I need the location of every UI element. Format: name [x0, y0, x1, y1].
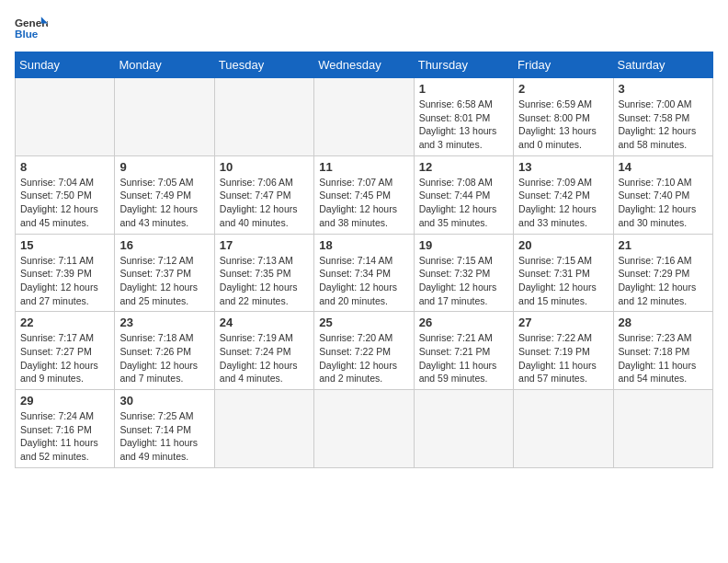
- day-info: Sunrise: 7:07 AMSunset: 7:45 PMDaylight:…: [319, 176, 408, 230]
- day-number: 26: [419, 316, 508, 329]
- day-number: 18: [319, 238, 408, 252]
- weekday-header-thursday: Thursday: [414, 52, 513, 78]
- page-header: General Blue: [15, 15, 713, 40]
- calendar-week-3: 15Sunrise: 7:11 AMSunset: 7:39 PMDayligh…: [16, 234, 713, 312]
- day-info: Sunrise: 7:24 AMSunset: 7:16 PMDaylight:…: [20, 409, 109, 464]
- calendar-cell: 26Sunrise: 7:21 AMSunset: 7:21 PMDayligh…: [414, 312, 513, 390]
- day-info: Sunrise: 6:59 AMSunset: 8:00 PMDaylight:…: [518, 98, 608, 152]
- calendar-cell: [613, 390, 712, 468]
- day-number: 9: [119, 160, 209, 174]
- day-number: 17: [220, 238, 309, 252]
- day-number: 20: [518, 238, 608, 252]
- day-info: Sunrise: 7:13 AMSunset: 7:35 PMDaylight:…: [220, 254, 309, 308]
- calendar-cell: [214, 78, 313, 156]
- day-info: Sunrise: 7:19 AMSunset: 7:24 PMDaylight:…: [220, 331, 309, 385]
- day-info: Sunrise: 7:10 AMSunset: 7:40 PMDaylight:…: [619, 176, 708, 230]
- day-number: 16: [119, 238, 209, 252]
- day-info: Sunrise: 7:23 AMSunset: 7:18 PMDaylight:…: [619, 331, 708, 385]
- calendar-header-row: SundayMondayTuesdayWednesdayThursdayFrid…: [16, 52, 713, 78]
- calendar-cell: 9Sunrise: 7:05 AMSunset: 7:49 PMDaylight…: [115, 155, 214, 234]
- day-number: 23: [119, 316, 209, 329]
- calendar-cell: 22Sunrise: 7:17 AMSunset: 7:27 PMDayligh…: [16, 312, 115, 390]
- day-info: Sunrise: 7:15 AMSunset: 7:32 PMDaylight:…: [419, 254, 508, 308]
- calendar-cell: 8Sunrise: 7:04 AMSunset: 7:50 PMDaylight…: [16, 155, 115, 234]
- calendar-body: 1Sunrise: 6:58 AMSunset: 8:01 PMDaylight…: [16, 78, 713, 468]
- weekday-header-saturday: Saturday: [613, 52, 712, 78]
- day-info: Sunrise: 7:20 AMSunset: 7:22 PMDaylight:…: [319, 331, 408, 385]
- calendar-cell: 19Sunrise: 7:15 AMSunset: 7:32 PMDayligh…: [414, 234, 513, 312]
- calendar-cell: [115, 78, 214, 156]
- day-number: 24: [220, 316, 309, 329]
- calendar-cell: [314, 78, 414, 156]
- day-info: Sunrise: 7:25 AMSunset: 7:14 PMDaylight:…: [119, 409, 209, 464]
- weekday-header-wednesday: Wednesday: [314, 52, 414, 78]
- day-info: Sunrise: 7:12 AMSunset: 7:37 PMDaylight:…: [119, 254, 209, 308]
- day-number: 27: [518, 316, 608, 329]
- day-info: Sunrise: 7:16 AMSunset: 7:29 PMDaylight:…: [619, 254, 708, 308]
- calendar-cell: 1Sunrise: 6:58 AMSunset: 8:01 PMDaylight…: [414, 78, 513, 156]
- svg-text:Blue: Blue: [15, 28, 39, 40]
- calendar-cell: 28Sunrise: 7:23 AMSunset: 7:18 PMDayligh…: [613, 312, 712, 390]
- calendar-cell: 24Sunrise: 7:19 AMSunset: 7:24 PMDayligh…: [214, 312, 313, 390]
- day-info: Sunrise: 7:09 AMSunset: 7:42 PMDaylight:…: [518, 176, 608, 230]
- day-info: Sunrise: 7:22 AMSunset: 7:19 PMDaylight:…: [518, 331, 608, 385]
- calendar-cell: [16, 78, 115, 156]
- weekday-header-friday: Friday: [514, 52, 613, 78]
- day-info: Sunrise: 7:06 AMSunset: 7:47 PMDaylight:…: [220, 176, 309, 230]
- calendar-week-1: 1Sunrise: 6:58 AMSunset: 8:01 PMDaylight…: [16, 78, 713, 156]
- calendar-cell: 12Sunrise: 7:08 AMSunset: 7:44 PMDayligh…: [414, 155, 513, 234]
- day-info: Sunrise: 7:17 AMSunset: 7:27 PMDaylight:…: [20, 331, 109, 385]
- calendar-cell: 20Sunrise: 7:15 AMSunset: 7:31 PMDayligh…: [514, 234, 613, 312]
- weekday-header-monday: Monday: [115, 52, 214, 78]
- day-number: 12: [419, 160, 508, 174]
- logo: General Blue: [15, 15, 48, 40]
- day-number: 1: [419, 82, 508, 96]
- calendar-cell: [314, 390, 414, 468]
- calendar-cell: 10Sunrise: 7:06 AMSunset: 7:47 PMDayligh…: [214, 155, 313, 234]
- calendar-cell: 27Sunrise: 7:22 AMSunset: 7:19 PMDayligh…: [514, 312, 613, 390]
- calendar-cell: 23Sunrise: 7:18 AMSunset: 7:26 PMDayligh…: [115, 312, 214, 390]
- calendar-cell: [214, 390, 313, 468]
- day-number: 10: [220, 160, 309, 174]
- day-info: Sunrise: 7:08 AMSunset: 7:44 PMDaylight:…: [419, 176, 508, 230]
- calendar-cell: 25Sunrise: 7:20 AMSunset: 7:22 PMDayligh…: [314, 312, 414, 390]
- day-number: 13: [518, 160, 608, 174]
- calendar-week-2: 8Sunrise: 7:04 AMSunset: 7:50 PMDaylight…: [16, 155, 713, 234]
- day-info: Sunrise: 7:15 AMSunset: 7:31 PMDaylight:…: [518, 254, 608, 308]
- calendar-cell: [514, 390, 613, 468]
- day-number: 11: [319, 160, 408, 174]
- calendar-cell: 11Sunrise: 7:07 AMSunset: 7:45 PMDayligh…: [314, 155, 414, 234]
- day-info: Sunrise: 7:05 AMSunset: 7:49 PMDaylight:…: [119, 176, 209, 230]
- day-number: 14: [619, 160, 708, 174]
- day-number: 19: [419, 238, 508, 252]
- day-info: Sunrise: 7:11 AMSunset: 7:39 PMDaylight:…: [20, 254, 109, 308]
- day-number: 22: [20, 316, 109, 329]
- day-info: Sunrise: 7:04 AMSunset: 7:50 PMDaylight:…: [20, 176, 109, 230]
- day-number: 8: [20, 160, 109, 174]
- weekday-header-tuesday: Tuesday: [214, 52, 313, 78]
- calendar-cell: 16Sunrise: 7:12 AMSunset: 7:37 PMDayligh…: [115, 234, 214, 312]
- day-info: Sunrise: 6:58 AMSunset: 8:01 PMDaylight:…: [419, 98, 508, 152]
- calendar-cell: 17Sunrise: 7:13 AMSunset: 7:35 PMDayligh…: [214, 234, 313, 312]
- generalblue-logo-icon: General Blue: [15, 15, 48, 40]
- calendar-cell: 21Sunrise: 7:16 AMSunset: 7:29 PMDayligh…: [613, 234, 712, 312]
- day-number: 29: [20, 394, 109, 408]
- weekday-header-sunday: Sunday: [16, 52, 115, 78]
- calendar-cell: 29Sunrise: 7:24 AMSunset: 7:16 PMDayligh…: [16, 390, 115, 468]
- day-number: 25: [319, 316, 408, 329]
- calendar-cell: 30Sunrise: 7:25 AMSunset: 7:14 PMDayligh…: [115, 390, 214, 468]
- day-info: Sunrise: 7:14 AMSunset: 7:34 PMDaylight:…: [319, 254, 408, 308]
- day-number: 2: [518, 82, 608, 96]
- day-info: Sunrise: 7:18 AMSunset: 7:26 PMDaylight:…: [119, 331, 209, 385]
- calendar-cell: 2Sunrise: 6:59 AMSunset: 8:00 PMDaylight…: [514, 78, 613, 156]
- calendar-cell: 14Sunrise: 7:10 AMSunset: 7:40 PMDayligh…: [613, 155, 712, 234]
- calendar-cell: 18Sunrise: 7:14 AMSunset: 7:34 PMDayligh…: [314, 234, 414, 312]
- calendar-week-5: 29Sunrise: 7:24 AMSunset: 7:16 PMDayligh…: [16, 390, 713, 468]
- calendar-week-4: 22Sunrise: 7:17 AMSunset: 7:27 PMDayligh…: [16, 312, 713, 390]
- day-info: Sunrise: 7:00 AMSunset: 7:58 PMDaylight:…: [619, 98, 708, 152]
- calendar-table: SundayMondayTuesdayWednesdayThursdayFrid…: [15, 52, 713, 468]
- day-number: 30: [119, 394, 209, 408]
- day-info: Sunrise: 7:21 AMSunset: 7:21 PMDaylight:…: [419, 331, 508, 385]
- day-number: 15: [20, 238, 109, 252]
- calendar-cell: 15Sunrise: 7:11 AMSunset: 7:39 PMDayligh…: [16, 234, 115, 312]
